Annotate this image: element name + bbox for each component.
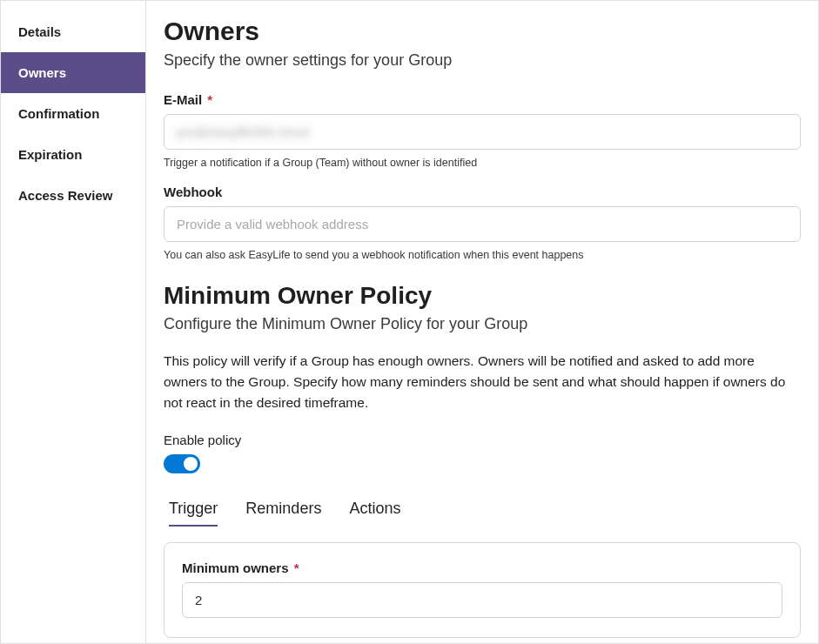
- page-subtitle: Specify the owner settings for your Grou…: [164, 51, 801, 70]
- sidebar: Details Owners Confirmation Expiration A…: [1, 1, 146, 643]
- sidebar-item-confirmation[interactable]: Confirmation: [1, 93, 145, 134]
- email-input[interactable]: pm@easylife365.cloud: [164, 114, 801, 150]
- enable-policy-toggle[interactable]: [164, 454, 200, 473]
- policy-description: This policy will verify if a Group has e…: [164, 351, 801, 413]
- min-owners-label: Minimum owners: [182, 560, 289, 575]
- sidebar-item-details[interactable]: Details: [1, 11, 145, 52]
- sidebar-item-expiration[interactable]: Expiration: [1, 134, 145, 175]
- sidebar-item-owners[interactable]: Owners: [1, 52, 145, 93]
- min-owners-label-row: Minimum owners *: [182, 560, 782, 575]
- policy-title: Minimum Owner Policy: [164, 282, 801, 310]
- email-label-row: E-Mail *: [164, 92, 801, 107]
- policy-subtitle: Configure the Minimum Owner Policy for y…: [164, 315, 801, 333]
- webhook-help-text: You can also ask EasyLife to send you a …: [164, 249, 801, 261]
- tab-actions[interactable]: Actions: [349, 496, 400, 527]
- policy-tabs: Trigger Reminders Actions: [164, 496, 801, 527]
- min-owners-required-mark: *: [294, 560, 299, 575]
- email-required-mark: *: [207, 92, 212, 107]
- trigger-panel: Minimum owners *: [164, 542, 801, 638]
- email-label: E-Mail: [164, 92, 202, 107]
- page-title: Owners: [164, 17, 801, 46]
- tab-reminders[interactable]: Reminders: [245, 496, 321, 527]
- toggle-knob: [184, 457, 198, 471]
- sidebar-item-access-review[interactable]: Access Review: [1, 175, 145, 216]
- email-help-text: Trigger a notification if a Group (Team)…: [164, 157, 801, 169]
- webhook-input[interactable]: [164, 206, 801, 242]
- min-owners-input[interactable]: [182, 582, 782, 618]
- webhook-label: Webhook: [164, 184, 801, 199]
- tab-trigger[interactable]: Trigger: [169, 496, 218, 527]
- main-content: Owners Specify the owner settings for yo…: [146, 1, 818, 643]
- enable-policy-label: Enable policy: [164, 433, 801, 447]
